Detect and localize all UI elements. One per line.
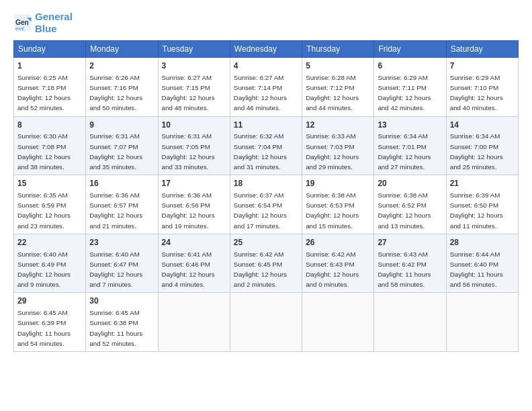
day-cell xyxy=(302,293,374,352)
day-cell: 20 Sunrise: 6:38 AMSunset: 6:52 PMDaylig… xyxy=(374,175,446,234)
day-info: Sunrise: 6:45 AMSunset: 6:39 PMDaylight:… xyxy=(17,309,71,347)
day-cell: 7 Sunrise: 6:29 AMSunset: 7:10 PMDayligh… xyxy=(446,58,518,117)
logo: Gen eral GeneralBlue xyxy=(13,11,73,35)
day-number: 3 xyxy=(162,60,226,72)
day-cell: 10 Sunrise: 6:31 AMSunset: 7:05 PMDaylig… xyxy=(158,116,230,175)
day-cell: 19 Sunrise: 6:38 AMSunset: 6:53 PMDaylig… xyxy=(302,175,374,234)
day-number: 7 xyxy=(450,60,515,72)
day-info: Sunrise: 6:39 AMSunset: 6:50 PMDaylight:… xyxy=(450,191,503,230)
day-number: 21 xyxy=(450,178,515,189)
day-number: 23 xyxy=(89,237,154,248)
day-info: Sunrise: 6:34 AMSunset: 7:00 PMDaylight:… xyxy=(450,132,503,171)
day-cell: 17 Sunrise: 6:36 AMSunset: 6:56 PMDaylig… xyxy=(158,175,230,234)
col-header-thursday: Thursday xyxy=(302,41,374,58)
day-info: Sunrise: 6:26 AMSunset: 7:16 PMDaylight:… xyxy=(89,74,142,112)
day-info: Sunrise: 6:41 AMSunset: 6:46 PMDaylight:… xyxy=(162,250,215,289)
day-number: 18 xyxy=(234,178,298,189)
svg-text:eral: eral xyxy=(15,26,24,32)
day-info: Sunrise: 6:29 AMSunset: 7:11 PMDaylight:… xyxy=(378,74,431,112)
week-row-2: 8 Sunrise: 6:30 AMSunset: 7:08 PMDayligh… xyxy=(14,116,519,175)
day-number: 30 xyxy=(89,295,154,307)
day-cell: 12 Sunrise: 6:33 AMSunset: 7:03 PMDaylig… xyxy=(302,116,374,175)
logo-text: GeneralBlue xyxy=(35,11,73,35)
day-cell: 11 Sunrise: 6:32 AMSunset: 7:04 PMDaylig… xyxy=(230,116,302,175)
day-cell: 14 Sunrise: 6:34 AMSunset: 7:00 PMDaylig… xyxy=(446,116,518,175)
col-header-tuesday: Tuesday xyxy=(158,41,230,58)
day-number: 26 xyxy=(306,237,370,248)
col-header-saturday: Saturday xyxy=(446,41,518,58)
header: Gen eral GeneralBlue xyxy=(13,11,519,35)
day-cell: 15 Sunrise: 6:35 AMSunset: 6:59 PMDaylig… xyxy=(14,175,86,234)
day-number: 2 xyxy=(89,60,154,72)
day-info: Sunrise: 6:28 AMSunset: 7:12 PMDaylight:… xyxy=(306,74,359,112)
day-cell: 30 Sunrise: 6:45 AMSunset: 6:38 PMDaylig… xyxy=(86,293,158,352)
day-info: Sunrise: 6:33 AMSunset: 7:03 PMDaylight:… xyxy=(306,132,359,171)
day-info: Sunrise: 6:40 AMSunset: 6:47 PMDaylight:… xyxy=(89,250,142,289)
day-info: Sunrise: 6:42 AMSunset: 6:43 PMDaylight:… xyxy=(306,250,359,289)
day-number: 14 xyxy=(450,120,515,131)
day-cell: 24 Sunrise: 6:41 AMSunset: 6:46 PMDaylig… xyxy=(158,234,230,293)
day-info: Sunrise: 6:30 AMSunset: 7:08 PMDaylight:… xyxy=(17,132,71,171)
day-number: 19 xyxy=(306,178,370,189)
page-container: Gen eral GeneralBlue SundayMondayTuesday… xyxy=(0,0,532,359)
day-number: 13 xyxy=(378,120,442,131)
day-number: 27 xyxy=(378,237,442,248)
day-number: 4 xyxy=(234,60,298,72)
day-number: 8 xyxy=(17,120,82,131)
day-info: Sunrise: 6:38 AMSunset: 6:52 PMDaylight:… xyxy=(378,191,431,230)
day-cell: 16 Sunrise: 6:36 AMSunset: 6:57 PMDaylig… xyxy=(86,175,158,234)
day-info: Sunrise: 6:37 AMSunset: 6:54 PMDaylight:… xyxy=(234,191,287,230)
col-header-sunday: Sunday xyxy=(14,41,86,58)
day-info: Sunrise: 6:27 AMSunset: 7:15 PMDaylight:… xyxy=(162,74,215,112)
day-cell: 6 Sunrise: 6:29 AMSunset: 7:11 PMDayligh… xyxy=(374,58,446,117)
week-row-1: 1 Sunrise: 6:25 AMSunset: 7:18 PMDayligh… xyxy=(14,58,519,117)
day-cell: 22 Sunrise: 6:40 AMSunset: 6:49 PMDaylig… xyxy=(14,234,86,293)
day-number: 9 xyxy=(89,120,154,131)
day-number: 5 xyxy=(306,60,370,72)
day-number: 25 xyxy=(234,237,298,248)
col-header-friday: Friday xyxy=(374,41,446,58)
day-cell xyxy=(230,293,302,352)
calendar-header-row: SundayMondayTuesdayWednesdayThursdayFrid… xyxy=(14,41,519,58)
day-cell xyxy=(374,293,446,352)
day-info: Sunrise: 6:42 AMSunset: 6:45 PMDaylight:… xyxy=(234,250,287,289)
day-cell: 28 Sunrise: 6:44 AMSunset: 6:40 PMDaylig… xyxy=(446,234,518,293)
day-cell: 23 Sunrise: 6:40 AMSunset: 6:47 PMDaylig… xyxy=(86,234,158,293)
day-number: 20 xyxy=(378,178,442,189)
day-number: 15 xyxy=(17,178,82,189)
day-info: Sunrise: 6:40 AMSunset: 6:49 PMDaylight:… xyxy=(17,250,71,289)
day-cell: 5 Sunrise: 6:28 AMSunset: 7:12 PMDayligh… xyxy=(302,58,374,117)
day-cell: 1 Sunrise: 6:25 AMSunset: 7:18 PMDayligh… xyxy=(14,58,86,117)
day-number: 29 xyxy=(17,295,82,307)
day-number: 6 xyxy=(378,60,442,72)
day-cell: 29 Sunrise: 6:45 AMSunset: 6:39 PMDaylig… xyxy=(14,293,86,352)
day-info: Sunrise: 6:34 AMSunset: 7:01 PMDaylight:… xyxy=(378,132,431,171)
day-number: 10 xyxy=(162,120,226,131)
day-info: Sunrise: 6:31 AMSunset: 7:07 PMDaylight:… xyxy=(89,132,142,171)
logo-icon: Gen eral xyxy=(13,13,32,32)
day-number: 11 xyxy=(234,120,298,131)
day-cell: 2 Sunrise: 6:26 AMSunset: 7:16 PMDayligh… xyxy=(86,58,158,117)
day-number: 17 xyxy=(162,178,226,189)
day-info: Sunrise: 6:36 AMSunset: 6:56 PMDaylight:… xyxy=(162,191,215,230)
day-cell: 21 Sunrise: 6:39 AMSunset: 6:50 PMDaylig… xyxy=(446,175,518,234)
day-info: Sunrise: 6:35 AMSunset: 6:59 PMDaylight:… xyxy=(17,191,71,230)
day-cell: 25 Sunrise: 6:42 AMSunset: 6:45 PMDaylig… xyxy=(230,234,302,293)
day-cell: 13 Sunrise: 6:34 AMSunset: 7:01 PMDaylig… xyxy=(374,116,446,175)
day-info: Sunrise: 6:32 AMSunset: 7:04 PMDaylight:… xyxy=(234,132,287,171)
day-cell: 27 Sunrise: 6:43 AMSunset: 6:42 PMDaylig… xyxy=(374,234,446,293)
day-info: Sunrise: 6:29 AMSunset: 7:10 PMDaylight:… xyxy=(450,74,503,112)
calendar-table: SundayMondayTuesdayWednesdayThursdayFrid… xyxy=(13,40,519,352)
day-info: Sunrise: 6:25 AMSunset: 7:18 PMDaylight:… xyxy=(17,74,71,112)
day-cell: 4 Sunrise: 6:27 AMSunset: 7:14 PMDayligh… xyxy=(230,58,302,117)
day-cell: 3 Sunrise: 6:27 AMSunset: 7:15 PMDayligh… xyxy=(158,58,230,117)
day-info: Sunrise: 6:45 AMSunset: 6:38 PMDaylight:… xyxy=(89,309,142,347)
day-cell: 8 Sunrise: 6:30 AMSunset: 7:08 PMDayligh… xyxy=(14,116,86,175)
day-number: 16 xyxy=(89,178,154,189)
day-number: 28 xyxy=(450,237,515,248)
day-number: 22 xyxy=(17,237,82,248)
day-info: Sunrise: 6:36 AMSunset: 6:57 PMDaylight:… xyxy=(89,191,142,230)
day-info: Sunrise: 6:38 AMSunset: 6:53 PMDaylight:… xyxy=(306,191,359,230)
col-header-wednesday: Wednesday xyxy=(230,41,302,58)
week-row-4: 22 Sunrise: 6:40 AMSunset: 6:49 PMDaylig… xyxy=(14,234,519,293)
